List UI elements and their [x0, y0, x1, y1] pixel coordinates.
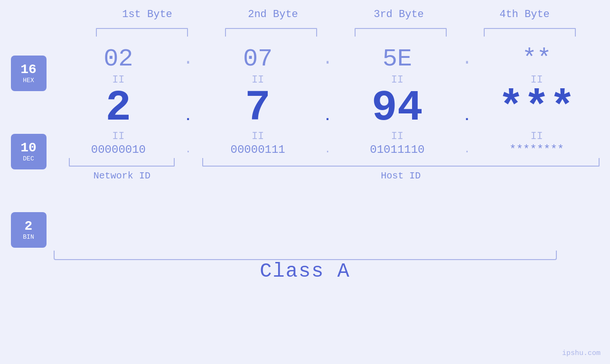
badge-bin: 2 BIN [11, 212, 47, 248]
bin-cell-1: 00000010 [56, 143, 181, 156]
bottom-brackets [56, 158, 600, 167]
hex-cell-3: 5E [335, 45, 460, 73]
hex-cell-1: 02 [56, 45, 181, 73]
dec-cell-4: *** [474, 87, 600, 130]
bin-value-1: 00000010 [91, 143, 146, 156]
badge-dec-number: 10 [20, 141, 37, 156]
dec-sep-1: . [184, 109, 192, 124]
hex-sep-2: . [322, 49, 333, 69]
badge-hex-label: HEX [23, 77, 34, 84]
hex-value-4: ** [522, 45, 551, 73]
badge-bin-number: 2 [25, 219, 33, 234]
badge-dec: 10 DEC [11, 134, 47, 169]
id-labels: Network ID Host ID [56, 170, 600, 181]
byte-header-3: 3rd Byte [347, 9, 451, 20]
dec-cell-1: 2 [56, 87, 181, 130]
badge-hex: 16 HEX [11, 56, 47, 91]
host-id-label: Host ID [381, 170, 421, 181]
byte-headers: 1st Byte 2nd Byte 3rd Byte 4th Byte [84, 9, 588, 20]
dec-value-1: 2 [105, 87, 131, 130]
network-id-label: Network ID [94, 170, 150, 181]
dec-cell-2: 7 [195, 87, 320, 130]
class-label-text: Class A [260, 260, 350, 283]
dec-value-3: 94 [372, 87, 423, 130]
bin-sep-1: . [185, 144, 191, 156]
bin-value-4: ******** [509, 143, 564, 156]
value-grid: 02 . 07 . 5E . ** II II [56, 41, 600, 181]
bin-sep-3: . [464, 144, 470, 156]
hex-row: 02 . 07 . 5E . ** [56, 45, 600, 73]
bin-cell-2: 00000111 [195, 143, 320, 156]
bin-cell-3: 01011110 [335, 143, 460, 156]
bin-cell-4: ******** [474, 143, 600, 156]
dec-cell-3: 94 [335, 87, 460, 130]
hex-cell-2: 07 [195, 45, 320, 73]
main-grid: 16 HEX 10 DEC 2 BIN 02 . 07 [11, 41, 600, 248]
big-bracket-container [54, 251, 557, 260]
bin-sep-2: . [324, 144, 330, 156]
byte-header-1: 1st Byte [95, 9, 199, 20]
bin-value-3: 01011110 [370, 143, 424, 156]
dec-sep-2: . [324, 109, 332, 124]
big-bottom-bracket [54, 251, 557, 260]
hex-cell-4: ** [474, 45, 600, 73]
badge-dec-label: DEC [23, 155, 34, 162]
byte-header-4: 4th Byte [472, 9, 577, 20]
dec-sep-3: . [463, 109, 471, 124]
hex-sep-1: . [183, 49, 193, 69]
badge-bin-label: BIN [23, 233, 34, 241]
hex-value-2: 07 [243, 45, 272, 73]
hex-sep-3: . [462, 49, 472, 69]
badges-column: 16 HEX 10 DEC 2 BIN [11, 56, 47, 248]
dec-row: 2 . 7 . 94 . *** [56, 87, 600, 130]
class-label: Class A [260, 260, 350, 283]
hex-value-3: 5E [383, 45, 412, 73]
byte-header-2: 2nd Byte [221, 9, 325, 20]
hex-value-1: 02 [103, 45, 133, 73]
bin-row: 00000010 . 00000111 . 01011110 . *******… [56, 143, 600, 156]
main-container: 1st Byte 2nd Byte 3rd Byte 4th Byte 16 H… [0, 0, 610, 364]
dec-value-4: *** [498, 87, 575, 130]
dec-value-2: 7 [245, 87, 271, 130]
badge-hex-number: 16 [20, 63, 37, 77]
bin-value-2: 00000111 [231, 143, 285, 156]
watermark: ipshu.com [562, 349, 601, 357]
